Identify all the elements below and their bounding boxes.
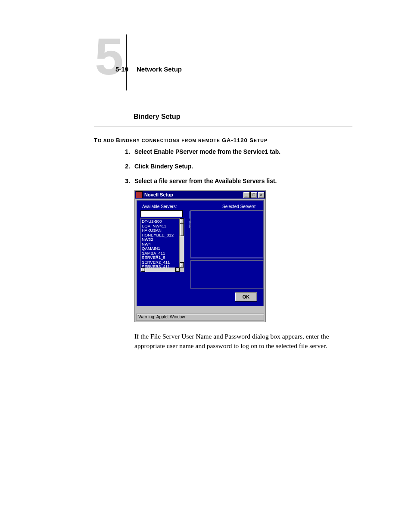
available-servers-listbox[interactable]: DT-U2-500EQA_NW411HAKUSANHONEYBEE_312NW3… <box>140 218 184 272</box>
page-reference: 5-19 <box>115 65 128 73</box>
horizontal-rule <box>94 127 352 127</box>
minimize-button[interactable]: _ <box>243 192 250 198</box>
close-button[interactable]: × <box>258 192 265 198</box>
step-item: 2.Click Bindery Setup. <box>121 163 280 170</box>
procedure-heading: TO ADD BINDERY CONNECTIONS FROM REMOTE G… <box>94 137 268 143</box>
scroll-left-button[interactable]: ◂ <box>141 268 145 272</box>
server-list-item[interactable]: DT-U2-500 <box>142 219 179 224</box>
header-divider <box>126 34 127 90</box>
server-list-item[interactable]: SERVER1_5 <box>142 255 179 260</box>
dialog-title: Novell Setup <box>144 192 173 197</box>
scroll-thumb[interactable] <box>180 223 184 236</box>
server-list-item[interactable]: NW32 <box>142 237 179 242</box>
available-servers-label: Available Servers: <box>142 204 177 209</box>
print-server-listbox[interactable] <box>190 260 264 289</box>
scroll-down-button[interactable]: ▼ <box>180 262 184 268</box>
chapter-header: 5 <box>95 34 131 90</box>
step-item: 1.Select Enable PServer mode from the Se… <box>121 148 280 155</box>
subsection-heading: Bindery Setup <box>134 113 180 121</box>
selected-servers-label: Selected Servers: <box>222 204 256 209</box>
server-list-item[interactable]: QAMAIN1 <box>142 246 179 251</box>
selected-servers-listbox[interactable] <box>190 210 264 258</box>
section-title: Network Setup <box>137 65 182 73</box>
ok-button[interactable]: OK <box>235 292 257 302</box>
body-paragraph: If the File Server User Name and Passwor… <box>134 332 354 351</box>
vertical-scrollbar[interactable]: ▲ ▼ <box>179 218 184 268</box>
dialog-body: Available Servers: Selected Servers: DT-… <box>137 200 264 306</box>
maximize-button[interactable]: □ <box>250 192 257 198</box>
step-item: 3.Select a file server from the Availabl… <box>121 177 280 184</box>
system-menu-icon[interactable] <box>136 191 143 198</box>
dialog-statusbar: Warning: Applet Window <box>136 314 264 320</box>
step-list: 1.Select Enable PServer mode from the Se… <box>121 148 280 192</box>
server-filter-input[interactable] <box>140 210 183 217</box>
dialog-titlebar[interactable]: Novell Setup _ □ × <box>135 191 265 199</box>
horizontal-scrollbar[interactable]: ◂ ▸ <box>141 268 184 272</box>
scroll-right-button[interactable]: ▸ <box>175 268 180 272</box>
server-list-item[interactable]: HAKUSAN <box>142 228 179 233</box>
novell-setup-dialog: Novell Setup _ □ × Available Servers: Se… <box>134 190 266 322</box>
